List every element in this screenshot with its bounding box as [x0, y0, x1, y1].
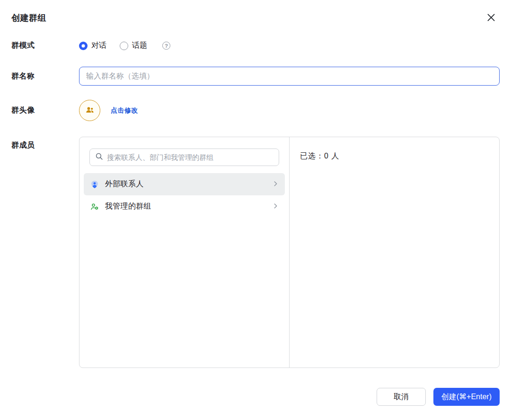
avatar-edit-link[interactable]: 点击修改 — [111, 106, 138, 115]
cancel-button[interactable]: 取消 — [377, 388, 426, 406]
members-picker: 外部联系人 — [79, 137, 289, 368]
close-icon — [486, 12, 496, 24]
group-avatar-row: 群头像 点击修改 — [11, 100, 500, 121]
group-avatar-wrap: 点击修改 — [79, 100, 138, 121]
group-name-input[interactable] — [79, 67, 500, 86]
managed-groups-icon — [90, 202, 99, 211]
dialog-footer: 取消 创建(⌘+Enter) — [377, 388, 500, 406]
create-group-form: 群模式 对话 话题 群名称 群头像 — [0, 41, 511, 368]
chevron-right-icon — [273, 202, 279, 211]
group-mode-row: 群模式 对话 话题 — [11, 41, 500, 51]
create-group-dialog: 创建群组 群模式 对话 话题 群名称 — [0, 0, 511, 420]
chevron-right-icon — [273, 180, 279, 189]
dialog-header: 创建群组 — [0, 0, 511, 25]
radio-checked-icon[interactable] — [79, 42, 88, 50]
group-avatar[interactable] — [79, 100, 100, 121]
search-icon — [95, 152, 103, 162]
group-members-label: 群成员 — [11, 137, 79, 150]
radio-option-chat[interactable]: 对话 — [79, 41, 106, 51]
list-item-label: 外部联系人 — [105, 179, 267, 189]
members-panel: 外部联系人 — [79, 137, 500, 368]
help-icon[interactable] — [162, 42, 170, 50]
list-item-external-contacts[interactable]: 外部联系人 — [84, 173, 285, 195]
radio-option-topic-label: 话题 — [132, 41, 147, 51]
group-name-row: 群名称 — [11, 67, 500, 86]
radio-option-chat-label: 对话 — [91, 41, 106, 51]
group-members-row: 群成员 — [11, 137, 500, 368]
radio-option-topic[interactable]: 话题 — [120, 41, 147, 51]
selected-count: 已选：0 人 — [300, 151, 489, 161]
group-name-label: 群名称 — [11, 71, 79, 81]
selected-members-panel: 已选：0 人 — [289, 137, 499, 368]
radio-unchecked-icon[interactable] — [120, 42, 128, 50]
group-mode-radio-group: 对话 话题 — [79, 41, 170, 51]
dialog-title: 创建群组 — [11, 12, 46, 24]
member-search-box[interactable] — [89, 149, 279, 166]
group-avatar-label: 群头像 — [11, 105, 79, 115]
list-item-managed-groups[interactable]: 我管理的群组 — [84, 195, 285, 218]
external-contacts-icon — [90, 180, 99, 189]
member-search-input[interactable] — [107, 153, 273, 161]
member-source-list: 外部联系人 — [79, 173, 289, 218]
group-mode-label: 群模式 — [11, 41, 79, 51]
close-button[interactable] — [485, 11, 498, 25]
group-avatar-people-icon — [85, 105, 95, 117]
create-button[interactable]: 创建(⌘+Enter) — [433, 388, 500, 406]
list-item-label: 我管理的群组 — [105, 201, 267, 211]
